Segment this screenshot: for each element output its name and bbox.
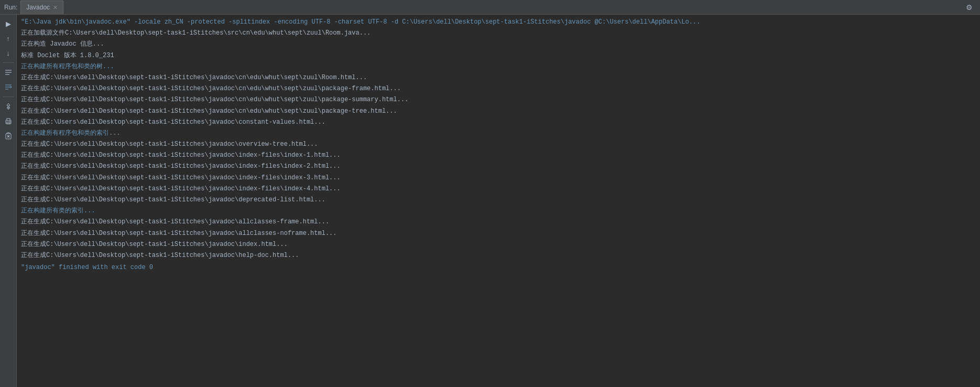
output-line: 正在构建所有程序包和类的树... (17, 61, 980, 72)
output-line: 正在构建所有程序包和类的索引... (17, 128, 980, 139)
output-line: 正在生成C:\Users\dell\Desktop\sept-task1-iSt… (17, 161, 980, 172)
output-line: 正在生成C:\Users\dell\Desktop\sept-task1-iSt… (17, 83, 980, 94)
print-button[interactable] (2, 114, 15, 128)
output-line: 正在生成C:\Users\dell\Desktop\sept-task1-iSt… (17, 94, 980, 105)
output-line: 正在构建所有类的索引... (17, 206, 980, 217)
javadoc-tab[interactable]: Javadoc ✕ (20, 1, 63, 14)
output-line: "javadoc" finished with exit code 0 (17, 262, 980, 273)
output-line: 正在生成C:\Users\dell\Desktop\sept-task1-iSt… (17, 173, 980, 184)
run-label: Run: (4, 4, 17, 11)
svg-rect-9 (7, 122, 10, 124)
output-line: 正在生成C:\Users\dell\Desktop\sept-task1-iSt… (17, 117, 980, 128)
top-bar: Run: Javadoc ✕ ⚙ (0, 0, 980, 15)
run-button[interactable]: ▶ (2, 17, 15, 30)
svg-point-10 (9, 121, 10, 122)
toggle-wrap-button[interactable] (2, 66, 15, 79)
output-line: 正在生成C:\Users\dell\Desktop\sept-task1-iSt… (17, 106, 980, 117)
clear-button[interactable] (2, 129, 15, 143)
output-line: 正在生成C:\Users\dell\Desktop\sept-task1-iSt… (17, 250, 980, 261)
output-line: 正在生成C:\Users\dell\Desktop\sept-task1-iSt… (17, 195, 980, 206)
output-console[interactable]: "E:\Java jdk\bin\javadoc.exe" -locale zh… (17, 15, 980, 387)
output-line: 正在生成C:\Users\dell\Desktop\sept-task1-iSt… (17, 72, 980, 83)
output-line: 正在构造 Javadoc 信息... (17, 39, 980, 50)
output-line: 正在生成C:\Users\dell\Desktop\sept-task1-iSt… (17, 139, 980, 150)
tab-close-icon[interactable]: ✕ (53, 4, 58, 11)
svg-rect-8 (7, 119, 10, 121)
output-line: 标准 Doclet 版本 1.8.0_231 (17, 50, 980, 61)
pin-button[interactable] (2, 100, 15, 113)
left-toolbar: ▶ ↑ ↓ (0, 15, 17, 387)
output-line: "E:\Java jdk\bin\javadoc.exe" -locale zh… (17, 17, 980, 28)
toolbar-divider-1 (3, 62, 14, 63)
scroll-up-button[interactable]: ↑ (2, 31, 15, 45)
output-line: 正在生成C:\Users\dell\Desktop\sept-task1-iSt… (17, 239, 980, 250)
output-line: 正在生成C:\Users\dell\Desktop\sept-task1-iSt… (17, 217, 980, 228)
main-layout: ▶ ↑ ↓ (0, 15, 980, 387)
output-line: 正在加载源文件C:\Users\dell\Desktop\sept-task1-… (17, 28, 980, 39)
soft-wrap-button[interactable] (2, 80, 15, 94)
tab-label: Javadoc (26, 4, 50, 11)
output-line: 正在生成C:\Users\dell\Desktop\sept-task1-iSt… (17, 184, 980, 195)
output-line: 正在生成C:\Users\dell\Desktop\sept-task1-iSt… (17, 150, 980, 161)
output-line: 正在生成C:\Users\dell\Desktop\sept-task1-iSt… (17, 228, 980, 239)
top-right-controls: ⚙ (963, 2, 976, 13)
scroll-down-button[interactable]: ↓ (2, 46, 15, 60)
settings-button[interactable]: ⚙ (963, 2, 976, 13)
toolbar-divider-2 (3, 96, 14, 97)
